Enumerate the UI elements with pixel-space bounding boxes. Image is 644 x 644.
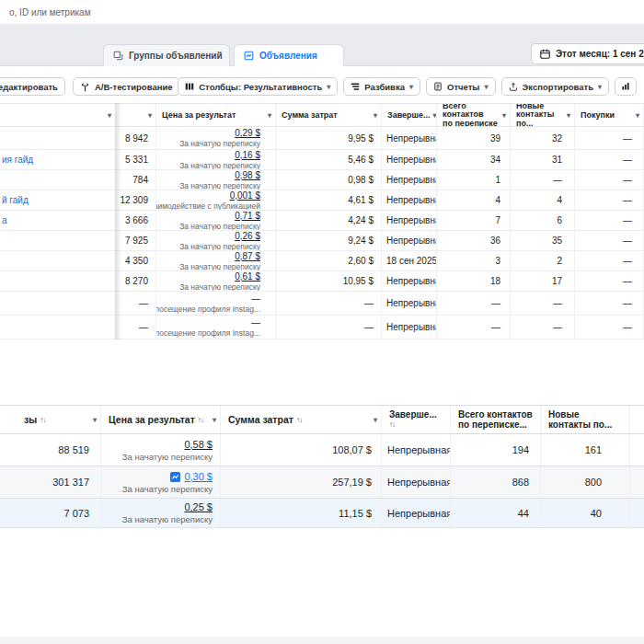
filter-caret-icon[interactable]: ▾ bbox=[500, 111, 506, 120]
cost-per-result-value[interactable]: 0,87 $ bbox=[235, 251, 260, 261]
cost-per-result-value[interactable]: 0,58 $ bbox=[184, 439, 213, 451]
header-end-date[interactable]: Заверше... ↑↓ bbox=[382, 406, 451, 433]
header-new-contacts[interactable]: Новые контакты по... bbox=[541, 406, 630, 433]
sort-icon[interactable]: ↑↓ bbox=[389, 420, 437, 430]
search-input[interactable]: о, ID или метрикам bbox=[9, 7, 91, 17]
columns-label: Столбцы: Результативность bbox=[199, 82, 322, 92]
header-label: контакты по... bbox=[516, 110, 564, 126]
cost-per-result-value[interactable]: 0,25 $ bbox=[184, 501, 213, 513]
header-end-date[interactable]: Заверше... ▾ bbox=[382, 104, 437, 126]
cost-per-result-value[interactable]: 0,61 $ bbox=[235, 271, 260, 282]
filter-caret-icon[interactable]: ▾ bbox=[371, 416, 377, 424]
cost-per-result-value[interactable]: 0,71 $ bbox=[235, 211, 260, 221]
result-type-note: За начатую переписку bbox=[179, 222, 260, 231]
header-cost-per-result[interactable]: Цена за результат ▾ bbox=[156, 104, 276, 126]
ad-name-link[interactable]: ия гайд bbox=[2, 155, 33, 165]
table-row: ия гайд5 3310,16 $За начатую переписку5,… bbox=[0, 150, 644, 170]
filter-caret-icon[interactable]: ▾ bbox=[90, 416, 97, 424]
ad-name-cell: й гайд bbox=[0, 190, 115, 210]
impressions-cell: 7 925 bbox=[115, 231, 156, 250]
cell-value: — bbox=[491, 298, 500, 308]
tab-ad-sets[interactable]: Группы объявлений bbox=[103, 44, 230, 66]
header-impressions[interactable]: ▾ bbox=[115, 104, 156, 126]
cell-value: — bbox=[364, 322, 374, 332]
cost-per-result-cell: —Цена за посещение профиля Instag... bbox=[156, 292, 276, 315]
filter-caret-icon[interactable]: ▾ bbox=[105, 111, 111, 120]
filter-caret-icon[interactable]: ▾ bbox=[265, 111, 271, 120]
header-amount-spent[interactable]: Сумма затрат ▾ bbox=[276, 104, 382, 126]
filter-caret-icon[interactable]: ▾ bbox=[145, 111, 152, 120]
filter-caret-icon[interactable]: ▾ bbox=[210, 416, 216, 424]
end-date-cell: Непрерывная bbox=[382, 150, 437, 169]
purchases-cell: — bbox=[575, 127, 644, 149]
price-line: 0,98 $ bbox=[235, 170, 260, 180]
cost-per-result-cell: 0,29 $За начатую переписку bbox=[156, 127, 276, 149]
ad-name-link[interactable]: а bbox=[2, 215, 7, 225]
columns-button[interactable]: Столбцы: Результативность ▾ bbox=[178, 77, 338, 96]
table-row: 301 3170,30 $За начатую переписку257,19 … bbox=[0, 466, 644, 499]
filter-caret-icon[interactable]: ▾ bbox=[564, 111, 570, 120]
bottom-strip bbox=[0, 637, 644, 644]
breakdown-button[interactable]: Разбивка ▾ bbox=[343, 77, 420, 96]
header-new-contacts[interactable]: Новые контакты по... ▾ bbox=[511, 104, 575, 126]
result-type-note: Цена за посещение профиля Instag... bbox=[156, 305, 260, 314]
new-contacts-cell: 161 bbox=[541, 434, 630, 466]
cost-per-result-cell: 0,61 $За начатую переписку bbox=[156, 271, 276, 291]
filter-caret-icon[interactable]: ▾ bbox=[371, 111, 377, 120]
sort-icon[interactable]: ↑↓ bbox=[198, 416, 203, 424]
cell-value: — bbox=[623, 215, 632, 225]
cell-value: 4,24 $ bbox=[348, 215, 374, 225]
cell-value: Непрерывная bbox=[386, 155, 437, 165]
cost-per-result-value[interactable]: 0,30 $ bbox=[184, 471, 213, 483]
cell-value: 17 bbox=[552, 276, 562, 286]
sort-icon[interactable]: ↑↓ bbox=[296, 416, 302, 424]
ab-test-button[interactable]: А/В-тестирование bbox=[73, 77, 180, 96]
edit-button[interactable]: едактировать bbox=[0, 77, 65, 96]
header-ad-name[interactable]: ▾ bbox=[0, 104, 115, 126]
cell-value: — bbox=[623, 195, 632, 205]
toolbar-right: Столбцы: Результативность ▾ Разбивка ▾ О… bbox=[178, 77, 637, 96]
charts-button[interactable] bbox=[615, 77, 637, 96]
header-purchases[interactable]: Покупки ▾ bbox=[575, 104, 644, 126]
cost-per-result-value[interactable]: 0,98 $ bbox=[235, 170, 260, 180]
header-cost-per-result[interactable]: Цена за результат ↑↓ ▾ bbox=[101, 406, 221, 433]
new-contacts-cell: 35 bbox=[511, 231, 575, 250]
result-type-note: За начатую переписку bbox=[179, 242, 260, 251]
header-total-contacts[interactable]: Всего контактов по переписке... bbox=[451, 406, 541, 433]
amount-spent-cell: 11,15 $ bbox=[221, 499, 382, 527]
filter-caret-icon[interactable]: ▾ bbox=[431, 111, 437, 120]
cost-per-result-cell: 0,16 $За начатую переписку bbox=[156, 150, 276, 169]
cost-per-result-value[interactable]: 0,29 $ bbox=[235, 128, 260, 138]
cost-per-result-cell: —Цена за посещение профиля Instag... bbox=[156, 316, 276, 339]
sort-icon[interactable]: ↑↓ bbox=[40, 416, 45, 424]
ad-name-cell bbox=[0, 271, 115, 291]
export-button[interactable]: Экспортировать ▾ bbox=[501, 77, 610, 96]
cost-per-result-value[interactable]: 0,001 $ bbox=[230, 190, 260, 201]
end-date-cell: Непрерывная bbox=[382, 231, 437, 250]
cost-per-result-cell: 0,30 $За начатую переписку bbox=[101, 466, 221, 498]
reports-button[interactable]: Отчеты ▾ bbox=[426, 77, 496, 96]
tab-ads[interactable]: Объявления bbox=[234, 44, 344, 66]
header-label: Всего контактов bbox=[458, 409, 533, 420]
cost-per-result-value[interactable]: 0,16 $ bbox=[235, 150, 260, 160]
header-total-contacts[interactable]: Всего контактов по переписке ▾ bbox=[437, 104, 511, 126]
header-impressions[interactable]: зы ↑↓ ▾ bbox=[0, 406, 101, 433]
result-type-note: Цена за посещение профиля Instag... bbox=[156, 328, 260, 338]
price-line: 0,30 $ bbox=[170, 471, 213, 483]
price-line: 0,25 $ bbox=[184, 501, 213, 513]
ad-name-cell bbox=[0, 292, 115, 315]
header-label: Заверше... bbox=[389, 409, 437, 420]
cell-value: 194 bbox=[512, 444, 529, 455]
filter-caret-icon[interactable]: ▾ bbox=[633, 111, 639, 120]
table-row: 7 9250,26 $За начатую переписку9,24 $Неп… bbox=[0, 231, 644, 251]
summary-table: зы ↑↓ ▾ Цена за результат ↑↓ ▾ Сумма зат… bbox=[0, 405, 644, 528]
reports-icon bbox=[433, 82, 443, 91]
cost-per-result-value[interactable]: 0,26 $ bbox=[235, 231, 260, 241]
cell-value: 868 bbox=[512, 477, 529, 488]
cell-value: — bbox=[553, 322, 562, 332]
date-range-button[interactable]: Этот месяц: 1 сен 2025 г. — 22 с bbox=[531, 43, 644, 64]
cell-value: 4 350 bbox=[125, 256, 148, 266]
ad-name-link[interactable]: й гайд bbox=[2, 195, 29, 205]
impressions-cell: 12 309 bbox=[115, 190, 156, 210]
header-amount-spent[interactable]: Сумма затрат ↑↓ ▾ bbox=[221, 406, 382, 433]
